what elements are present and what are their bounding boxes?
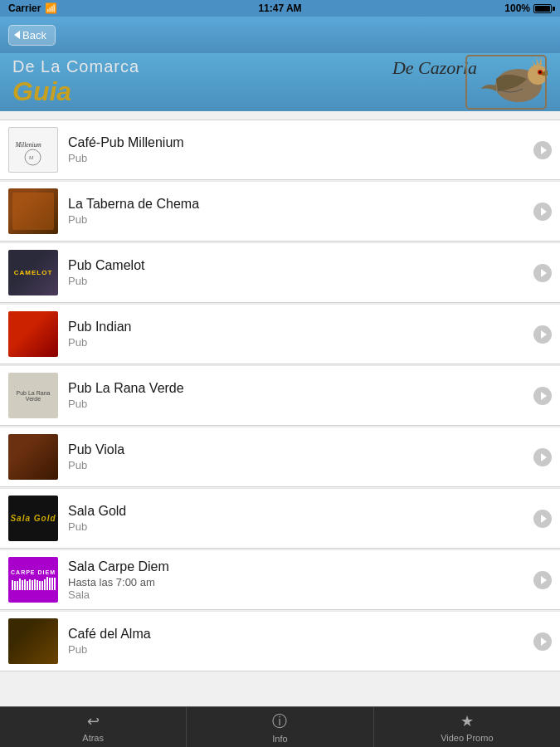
item-thumbnail: CARPE DIEM bbox=[8, 557, 58, 603]
status-time: 11:47 AM bbox=[258, 2, 301, 14]
chevron-right-icon bbox=[541, 637, 547, 646]
item-content: Pub Viola Pub bbox=[68, 442, 527, 471]
battery-icon bbox=[533, 4, 552, 13]
chevron-right-icon bbox=[541, 392, 547, 400]
chevron-icon bbox=[533, 632, 552, 651]
chevron-right-icon bbox=[541, 208, 547, 216]
battery-label: 100% bbox=[504, 2, 530, 14]
list-item[interactable]: La Taberna de Chema Pub bbox=[0, 181, 560, 242]
item-extra: Hasta las 7:00 am bbox=[68, 576, 527, 588]
atras-label: Atras bbox=[82, 733, 104, 743]
tab-video[interactable]: ★ Video Promo bbox=[374, 707, 560, 747]
item-thumbnail bbox=[8, 311, 58, 357]
item-thumbnail: Millenium M bbox=[8, 127, 58, 173]
list-item[interactable]: Café del Alma Pub bbox=[0, 611, 560, 671]
wifi-icon: 📶 bbox=[45, 2, 57, 14]
chevron-icon bbox=[533, 264, 552, 282]
chevron-right-icon bbox=[541, 330, 547, 339]
item-category: Pub bbox=[68, 459, 527, 471]
item-category: Pub bbox=[68, 275, 527, 287]
chevron-icon bbox=[533, 387, 552, 405]
venue-list: Millenium M Café-Pub Millenium Pub La Ta… bbox=[0, 111, 560, 706]
status-battery: 100% bbox=[504, 2, 552, 14]
app-logo bbox=[465, 54, 548, 110]
chevron-icon bbox=[533, 203, 552, 221]
item-content: La Taberna de Chema Pub bbox=[68, 197, 527, 226]
chevron-icon bbox=[533, 325, 552, 344]
item-content: Pub Camelot Pub bbox=[68, 258, 527, 287]
header-line2: Guia bbox=[12, 76, 139, 107]
back-button[interactable]: Back bbox=[8, 25, 56, 46]
item-category: Pub bbox=[68, 398, 527, 410]
back-label: Back bbox=[22, 29, 46, 42]
video-icon: ★ bbox=[460, 712, 474, 730]
item-name: Pub Viola bbox=[68, 442, 527, 457]
video-label: Video Promo bbox=[441, 733, 493, 743]
item-thumbnail bbox=[8, 188, 58, 234]
item-name: Café del Alma bbox=[68, 627, 527, 642]
svg-text:M: M bbox=[28, 154, 34, 160]
carrier-label: Carrier bbox=[8, 2, 41, 14]
chevron-right-icon bbox=[541, 453, 547, 461]
status-carrier: Carrier 📶 bbox=[8, 2, 57, 14]
header: De La Comarca Guia De Cazorla bbox=[0, 53, 560, 111]
item-content: Pub La Rana Verde Pub bbox=[68, 381, 527, 410]
chevron-icon bbox=[533, 448, 552, 466]
list-item[interactable]: CAMELOT Pub Camelot Pub bbox=[0, 242, 560, 303]
list-item[interactable]: CARPE DIEM Sala Carpe Diem Hasta las 7:0… bbox=[0, 549, 560, 610]
item-content: Pub Indian Pub bbox=[68, 320, 527, 349]
header-line1: De La Comarca bbox=[12, 57, 139, 76]
item-category: Sala bbox=[68, 588, 527, 601]
item-name: Sala Carpe Diem bbox=[68, 559, 527, 574]
chevron-icon bbox=[533, 571, 552, 589]
item-thumbnail bbox=[8, 434, 58, 480]
item-name: Sala Gold bbox=[68, 504, 527, 519]
chevron-right-icon bbox=[541, 269, 547, 277]
svg-text:Millenium: Millenium bbox=[15, 141, 42, 149]
atras-icon: ↩ bbox=[87, 712, 100, 730]
list-item[interactable]: Pub La Rana Verde Pub La Rana Verde Pub bbox=[0, 365, 560, 426]
list-item[interactable]: Pub Viola Pub bbox=[0, 427, 560, 487]
item-content: Café del Alma Pub bbox=[68, 627, 527, 656]
logo-svg bbox=[465, 54, 548, 110]
item-category: Pub bbox=[68, 336, 527, 349]
item-category: Pub bbox=[68, 213, 527, 226]
list-item[interactable]: Millenium M Café-Pub Millenium Pub bbox=[0, 120, 560, 180]
item-thumbnail: Sala Gold bbox=[8, 496, 58, 541]
nav-bar: Back bbox=[0, 17, 560, 53]
info-label: Info bbox=[272, 734, 287, 744]
item-name: Pub Indian bbox=[68, 320, 527, 334]
item-category: Pub bbox=[68, 643, 527, 656]
item-thumbnail: CAMELOT bbox=[8, 250, 58, 295]
list-item[interactable]: Pub Indian Pub bbox=[0, 304, 560, 364]
chevron-icon bbox=[533, 141, 552, 159]
item-name: La Taberna de Chema bbox=[68, 197, 527, 212]
chevron-icon bbox=[533, 510, 552, 528]
item-content: Sala Gold Pub bbox=[68, 504, 527, 533]
chevron-right-icon bbox=[541, 146, 547, 154]
item-name: Pub La Rana Verde bbox=[68, 381, 527, 396]
tab-bar: ↩ Atras ⓘ Info ★ Video Promo bbox=[0, 706, 560, 747]
item-thumbnail bbox=[8, 618, 58, 664]
header-text: De La Comarca Guia bbox=[12, 57, 139, 107]
back-chevron-icon bbox=[14, 31, 20, 39]
svg-point-4 bbox=[539, 71, 542, 74]
item-content: Sala Carpe Diem Hasta las 7:00 am Sala bbox=[68, 559, 527, 601]
item-name: Café-Pub Millenium bbox=[68, 135, 527, 150]
item-thumbnail: Pub La Rana Verde bbox=[8, 373, 58, 418]
tab-info[interactable]: ⓘ Info bbox=[187, 707, 373, 747]
list-item[interactable]: Sala Gold Sala Gold Pub bbox=[0, 488, 560, 549]
info-icon: ⓘ bbox=[272, 711, 287, 731]
chevron-right-icon bbox=[541, 576, 547, 584]
item-category: Pub bbox=[68, 520, 527, 533]
item-name: Pub Camelot bbox=[68, 258, 527, 273]
item-category: Pub bbox=[68, 152, 527, 164]
status-bar: Carrier 📶 11:47 AM 100% bbox=[0, 0, 560, 17]
chevron-right-icon bbox=[541, 515, 547, 523]
tab-atras[interactable]: ↩ Atras bbox=[0, 707, 187, 747]
item-content: Café-Pub Millenium Pub bbox=[68, 135, 527, 164]
